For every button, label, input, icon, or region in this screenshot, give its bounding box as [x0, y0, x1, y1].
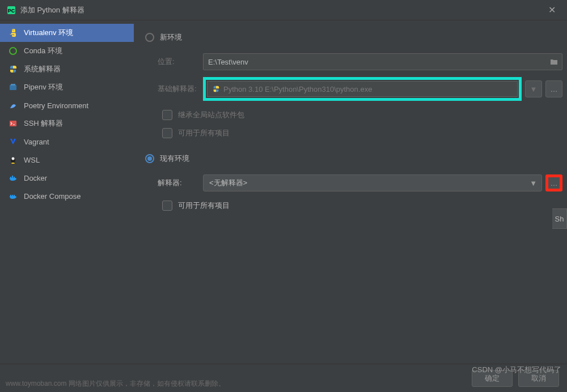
radio-label: 新环境	[160, 32, 182, 42]
inherit-packages-row[interactable]: 继承全局站点软件包	[162, 108, 562, 122]
chevron-down-icon: ▼	[530, 179, 537, 188]
python-icon	[212, 85, 220, 93]
svg-point-2	[12, 29, 14, 31]
base-interpreter-field[interactable]: Python 3.10 E:\Python\Python310\python.e…	[207, 81, 518, 97]
sidebar: Virtualenv 环境 Conda 环境 系统解释器 Pipenv 环境 P…	[0, 20, 134, 364]
radio-new-env[interactable]	[145, 33, 154, 42]
titlebar: PC 添加 Python 解释器 ✕	[0, 0, 567, 20]
svg-rect-6	[10, 121, 16, 126]
sidebar-item-conda[interactable]: Conda 环境	[0, 42, 134, 60]
sidebar-item-docker[interactable]: Docker	[0, 169, 134, 187]
inherit-packages-checkbox[interactable]	[162, 110, 172, 120]
sidebar-item-pipenv[interactable]: Pipenv 环境	[0, 78, 134, 96]
main-area: Virtualenv 环境 Conda 环境 系统解释器 Pipenv 环境 P…	[0, 20, 567, 364]
window-title: 添加 Python 解释器	[20, 5, 544, 15]
sidebar-item-label: Pipenv 环境	[24, 82, 63, 92]
available-all-label-2: 可用于所有项目	[178, 201, 230, 211]
sidebar-item-docker-compose[interactable]: Docker Compose	[0, 187, 134, 205]
app-icon: PC	[7, 6, 16, 15]
sidebar-item-label: 系统解释器	[24, 64, 61, 74]
content-panel: 新环境 位置: E:\Test\venv 基础解释器: Python 3.	[134, 20, 567, 364]
sidebar-item-label: WSL	[24, 156, 40, 164]
watermark-bottom: www.toymoban.com 网络图片仅供展示，非存储，如有侵权请联系删除。	[6, 379, 225, 389]
svg-rect-4	[10, 85, 16, 90]
sidebar-item-label: SSH 解释器	[24, 118, 63, 129]
svg-point-3	[10, 48, 16, 54]
pipenv-icon	[8, 82, 18, 92]
location-field[interactable]: E:\Test\venv	[203, 53, 562, 70]
linux-icon	[8, 155, 18, 165]
available-all-label-1: 可用于所有项目	[178, 128, 230, 138]
available-all-row-2[interactable]: 可用于所有项目	[162, 198, 562, 213]
show-button[interactable]: Sh	[552, 208, 567, 229]
sidebar-item-poetry[interactable]: Poetry Environment	[0, 96, 134, 114]
sidebar-item-label: Docker	[24, 174, 47, 182]
available-all-row-1[interactable]: 可用于所有项目	[162, 126, 562, 140]
watermark-csdn: CSDN @小马不想写代码了	[472, 365, 561, 375]
base-interpreter-highlight: Python 3.10 E:\Python\Python310\python.e…	[203, 77, 522, 101]
sidebar-item-system[interactable]: 系统解释器	[0, 60, 134, 78]
sidebar-item-label: Virtualenv 环境	[24, 28, 73, 38]
interpreter-label: 解释器:	[158, 178, 203, 188]
sidebar-item-ssh[interactable]: SSH 解释器	[0, 114, 134, 133]
location-value: E:\Test\venv	[208, 58, 248, 66]
vagrant-icon	[8, 137, 18, 147]
location-row: 位置: E:\Test\venv	[158, 53, 562, 70]
interpreter-value: <无解释器>	[209, 178, 247, 188]
interpreter-browse-button[interactable]: …	[545, 174, 562, 191]
radio-label: 现有环境	[160, 154, 189, 164]
base-interpreter-label: 基础解释器:	[158, 84, 203, 94]
base-interpreter-dropdown[interactable]: ▼	[525, 80, 542, 97]
svg-point-8	[12, 157, 15, 160]
location-label: 位置:	[158, 57, 203, 67]
new-env-radio-row[interactable]: 新环境	[145, 31, 562, 44]
sidebar-item-label: Vagrant	[24, 138, 49, 146]
available-all-checkbox-1[interactable]	[162, 128, 172, 138]
python-icon	[8, 28, 18, 38]
svg-rect-5	[11, 84, 15, 86]
sidebar-item-label: Conda 环境	[24, 46, 62, 56]
available-all-checkbox-2[interactable]	[162, 201, 172, 211]
sidebar-item-virtualenv[interactable]: Virtualenv 环境	[0, 24, 134, 42]
interpreter-dropdown[interactable]: <无解释器> ▼	[203, 174, 542, 191]
folder-icon[interactable]	[549, 57, 558, 68]
sidebar-item-vagrant[interactable]: Vagrant	[0, 133, 134, 151]
python-icon	[8, 64, 18, 74]
base-interpreter-row: 基础解释器: Python 3.10 E:\Python\Python310\p…	[158, 77, 562, 101]
base-interpreter-value: Python 3.10 E:\Python\Python310\python.e…	[223, 85, 372, 93]
close-button[interactable]: ✕	[544, 2, 560, 18]
sidebar-item-label: Docker Compose	[24, 192, 81, 201]
base-interpreter-browse[interactable]: …	[545, 80, 562, 97]
sidebar-item-label: Poetry Environment	[24, 101, 88, 110]
sidebar-item-wsl[interactable]: WSL	[0, 151, 134, 169]
poetry-icon	[8, 100, 18, 110]
existing-env-radio-row[interactable]: 现有环境	[145, 152, 562, 165]
conda-icon	[8, 46, 18, 56]
interpreter-row: 解释器: <无解释器> ▼ …	[158, 174, 562, 191]
radio-existing-env[interactable]	[145, 154, 154, 163]
docker-compose-icon	[8, 191, 18, 201]
docker-icon	[8, 173, 18, 183]
svg-text:PC: PC	[8, 8, 15, 14]
ssh-icon	[8, 118, 18, 129]
inherit-packages-label: 继承全局站点软件包	[178, 110, 244, 120]
